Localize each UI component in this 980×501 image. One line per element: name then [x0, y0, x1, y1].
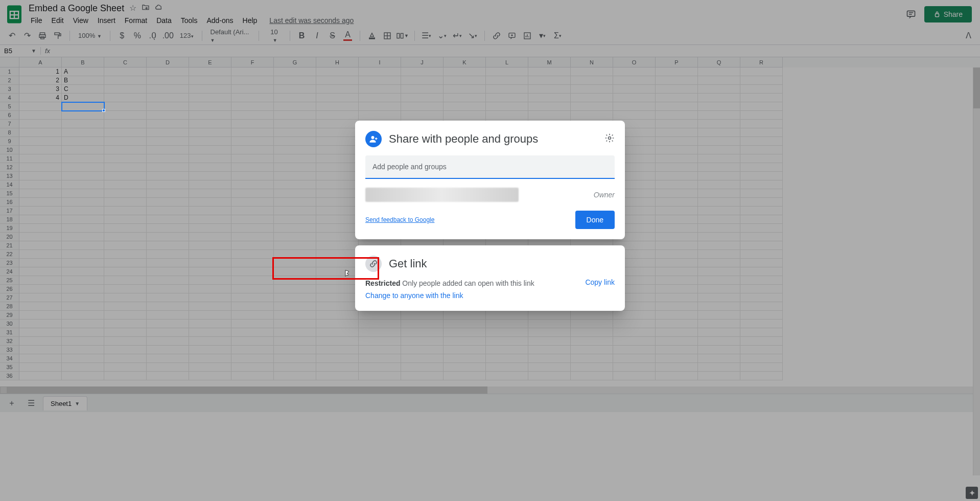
- owner-info-blurred: [365, 188, 519, 202]
- share-modal: Share with people and groups Owner Send …: [355, 121, 625, 239]
- feedback-link[interactable]: Send feedback to Google: [365, 216, 434, 223]
- add-people-input[interactable]: [365, 155, 615, 179]
- get-link-title: Get link: [389, 257, 615, 270]
- copy-link-button[interactable]: Copy link: [585, 278, 615, 286]
- done-button[interactable]: Done: [575, 211, 615, 229]
- owner-row: Owner: [365, 184, 615, 206]
- cell[interactable]: [62, 102, 104, 111]
- link-icon: [365, 256, 382, 272]
- cursor-pointer-icon: [342, 269, 352, 279]
- person-add-icon: [365, 131, 382, 147]
- gear-icon[interactable]: [604, 133, 615, 145]
- link-restricted-label: Restricted: [365, 279, 400, 287]
- svg-point-25: [371, 136, 375, 139]
- link-access-description: Only people added can open with this lin…: [402, 279, 534, 287]
- change-to-anyone-link[interactable]: Change to anyone with the link: [365, 290, 463, 301]
- share-modal-title: Share with people and groups: [389, 132, 597, 146]
- svg-point-28: [609, 137, 611, 140]
- modal-overlay[interactable]: Share with people and groups Owner Send …: [0, 0, 980, 501]
- owner-role-label: Owner: [594, 191, 615, 199]
- get-link-modal: Get link Restricted Only people added ca…: [355, 245, 625, 311]
